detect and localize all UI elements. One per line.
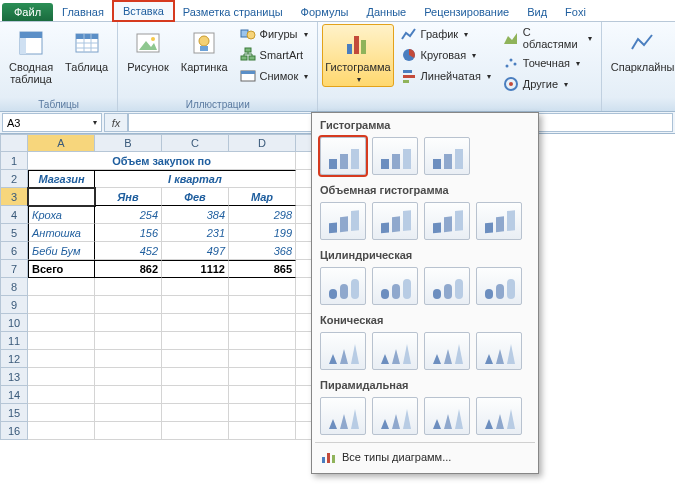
cell[interactable] xyxy=(229,404,296,422)
cell[interactable] xyxy=(162,296,229,314)
cell[interactable]: Всего xyxy=(28,260,95,278)
fx-button[interactable]: fx xyxy=(104,113,128,132)
tab-formulas[interactable]: Формулы xyxy=(292,3,358,21)
other-charts-button[interactable]: Другие▾ xyxy=(498,74,597,94)
col-header-D[interactable]: D xyxy=(229,134,296,152)
cell[interactable]: 865 xyxy=(229,260,296,278)
chart-type-item[interactable] xyxy=(372,397,418,435)
col-header-C[interactable]: C xyxy=(162,134,229,152)
tab-review[interactable]: Рецензирование xyxy=(415,3,518,21)
cell[interactable]: 156 xyxy=(95,224,162,242)
chart-type-item[interactable] xyxy=(476,202,522,240)
chart-type-item[interactable] xyxy=(320,332,366,370)
scatter-chart-button[interactable]: Точечная▾ xyxy=(498,53,597,73)
chart-type-item[interactable] xyxy=(372,202,418,240)
line-chart-button[interactable]: График▾ xyxy=(396,24,496,44)
col-header-B[interactable]: B xyxy=(95,134,162,152)
screenshot-button[interactable]: Снимок▾ xyxy=(235,66,314,86)
cell[interactable]: 231 xyxy=(162,224,229,242)
chart-type-item[interactable] xyxy=(372,332,418,370)
row-header-14[interactable]: 14 xyxy=(0,386,28,404)
chart-type-item[interactable] xyxy=(424,397,470,435)
tab-file[interactable]: Файл xyxy=(2,3,53,21)
col-header-A[interactable]: A xyxy=(28,134,95,152)
cell[interactable] xyxy=(162,332,229,350)
name-box[interactable]: A3▾ xyxy=(2,113,102,132)
area-chart-button[interactable]: С областями▾ xyxy=(498,24,597,52)
tab-page-layout[interactable]: Разметка страницы xyxy=(174,3,292,21)
cell[interactable] xyxy=(95,314,162,332)
row-header-8[interactable]: 8 xyxy=(0,278,28,296)
chart-type-item[interactable] xyxy=(424,137,470,175)
cell[interactable] xyxy=(229,296,296,314)
cell[interactable] xyxy=(229,278,296,296)
cell[interactable] xyxy=(162,368,229,386)
cell[interactable] xyxy=(162,350,229,368)
cell[interactable]: 368 xyxy=(229,242,296,260)
cell[interactable]: 254 xyxy=(95,206,162,224)
table-button[interactable]: Таблица xyxy=(60,24,113,76)
cell[interactable] xyxy=(162,314,229,332)
column-chart-button[interactable]: Гистограмма ▾ xyxy=(322,24,393,87)
row-header-6[interactable]: 6 xyxy=(0,242,28,260)
cell[interactable] xyxy=(28,278,95,296)
cell[interactable] xyxy=(28,314,95,332)
cell[interactable]: Кроха xyxy=(28,206,95,224)
cell[interactable] xyxy=(28,368,95,386)
tab-foxit[interactable]: Foxi xyxy=(556,3,595,21)
cell[interactable] xyxy=(162,386,229,404)
chart-type-item[interactable] xyxy=(372,137,418,175)
all-chart-types-button[interactable]: Все типы диаграмм... xyxy=(312,444,538,470)
cell[interactable] xyxy=(95,332,162,350)
clipart-button[interactable]: Картинка xyxy=(176,24,233,76)
cell[interactable] xyxy=(28,422,95,440)
cell[interactable] xyxy=(229,422,296,440)
chart-type-item[interactable] xyxy=(476,332,522,370)
row-header-16[interactable]: 16 xyxy=(0,422,28,440)
row-header-4[interactable]: 4 xyxy=(0,206,28,224)
chart-type-item[interactable] xyxy=(320,202,366,240)
row-header-13[interactable]: 13 xyxy=(0,368,28,386)
cell[interactable]: I квартал xyxy=(95,170,296,188)
pie-chart-button[interactable]: Круговая▾ xyxy=(396,45,496,65)
cell[interactable] xyxy=(95,404,162,422)
cell[interactable]: Беби Бум xyxy=(28,242,95,260)
cell[interactable]: Магазин xyxy=(28,170,95,188)
cell[interactable]: 384 xyxy=(162,206,229,224)
cell[interactable]: 452 xyxy=(95,242,162,260)
cell[interactable] xyxy=(28,188,95,206)
cell[interactable] xyxy=(95,368,162,386)
cell[interactable] xyxy=(28,350,95,368)
tab-insert[interactable]: Вставка xyxy=(113,1,174,21)
cell[interactable]: Фев xyxy=(162,188,229,206)
cell[interactable]: 862 xyxy=(95,260,162,278)
chart-type-item[interactable] xyxy=(424,332,470,370)
cell[interactable] xyxy=(95,386,162,404)
chart-type-item[interactable] xyxy=(320,397,366,435)
chart-type-item[interactable] xyxy=(424,202,470,240)
cell[interactable] xyxy=(28,296,95,314)
row-header-12[interactable]: 12 xyxy=(0,350,28,368)
cell[interactable] xyxy=(95,278,162,296)
cell[interactable] xyxy=(229,332,296,350)
cell[interactable]: 298 xyxy=(229,206,296,224)
cell[interactable]: Антошка xyxy=(28,224,95,242)
tab-home[interactable]: Главная xyxy=(53,3,113,21)
pivot-table-button[interactable]: Сводная таблица xyxy=(4,24,58,88)
cell[interactable] xyxy=(229,350,296,368)
cell[interactable] xyxy=(162,278,229,296)
cell[interactable]: Янв xyxy=(95,188,162,206)
cell[interactable] xyxy=(162,422,229,440)
cell[interactable]: 199 xyxy=(229,224,296,242)
row-header-10[interactable]: 10 xyxy=(0,314,28,332)
chart-type-item[interactable] xyxy=(320,137,366,175)
picture-button[interactable]: Рисунок xyxy=(122,24,174,76)
cell[interactable] xyxy=(28,332,95,350)
cell[interactable]: Мар xyxy=(229,188,296,206)
cell[interactable]: Объем закупок по xyxy=(28,152,296,170)
cell[interactable] xyxy=(162,404,229,422)
cell[interactable] xyxy=(229,368,296,386)
sparklines-button[interactable]: Спарклайны xyxy=(606,24,675,76)
cell[interactable] xyxy=(95,296,162,314)
chart-type-item[interactable] xyxy=(424,267,470,305)
